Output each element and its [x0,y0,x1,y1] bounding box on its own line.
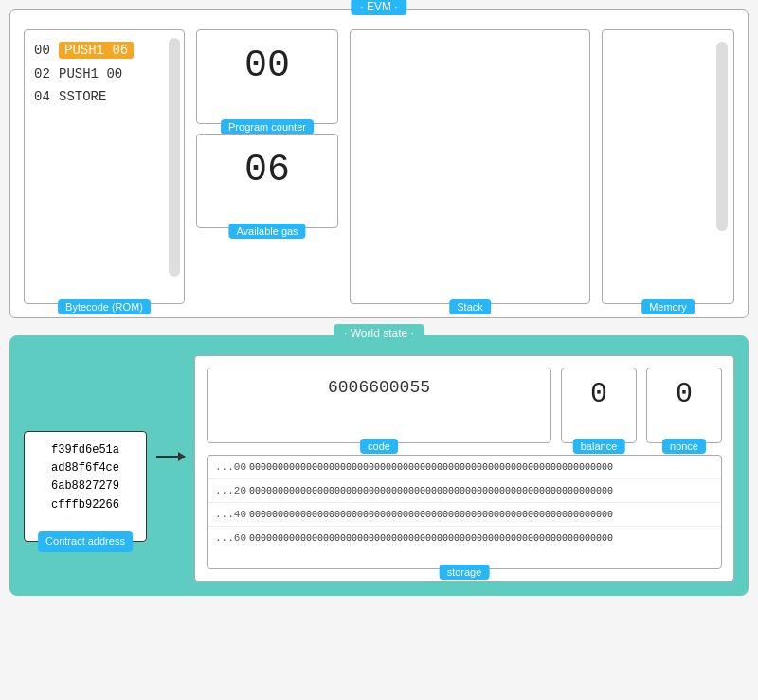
memory-scrollbar[interactable] [716,42,728,231]
storage-offset: ...00 [215,461,249,473]
account-top: 6006600055 code 0 balance 0 nonce [207,368,722,443]
memory-box: Memory [602,29,734,304]
bytecode-row: 02 PUSH1 00 [32,63,176,85]
available-gas-value: 06 [244,150,290,191]
storage-row: ...20 0000000000000000000000000000000000… [208,479,721,503]
world-state-title: · World state · [334,324,424,343]
bytecode-row: 00 PUSH1 06 [32,38,176,63]
stack-box: Stack [350,29,590,304]
nonce-box: 0 nonce [646,368,722,443]
code-value: 6006600055 [328,378,430,397]
balance-value: 0 [590,378,607,410]
evm-section: · EVM · 00 PUSH1 06 02 PUSH1 00 04 SSTOR… [9,9,749,318]
storage-row: ...60 0000000000000000000000000000000000… [208,527,721,549]
bytecode-offset: 02 [34,66,51,81]
nonce-label: nonce [662,439,706,454]
bytecode-instruction: SSTORE [59,89,106,104]
bytecode-instruction: PUSH1 00 [59,66,122,81]
contract-address-line: f39fd6e51a [36,441,135,459]
contract-address-lines: f39fd6e51aad88f6f4ce6ab8827279cfffb92266 [36,441,135,514]
storage-row: ...00 0000000000000000000000000000000000… [208,456,721,479]
storage-value: 0000000000000000000000000000000000000000… [249,486,713,496]
bytecode-rom-box: 00 PUSH1 06 02 PUSH1 00 04 SSTORE Byteco… [24,29,185,304]
contract-address-label: Contract address [38,531,133,552]
balance-label: balance [573,439,625,454]
program-counter-value: 00 [244,45,290,87]
contract-address-line: cfffb92266 [36,496,135,514]
storage-value: 0000000000000000000000000000000000000000… [249,462,713,473]
program-counter-box: 00 Program counter [196,29,338,124]
world-state-section: · World state · f39fd6e51aad88f6f4ce6ab8… [9,335,749,596]
bytecode-offset: 00 [34,43,51,58]
evm-title: · EVM · [351,0,406,15]
arrow-container [156,456,185,458]
storage-section: ...00 0000000000000000000000000000000000… [207,455,722,569]
contract-address-line: ad88f6f4ce [36,459,135,477]
available-gas-label: Available gas [228,224,305,239]
available-gas-box: 06 Available gas [196,134,338,228]
bytecode-scrollbar[interactable] [169,38,180,277]
storage-value: 0000000000000000000000000000000000000000… [249,533,713,544]
storage-row: ...40 0000000000000000000000000000000000… [208,503,721,527]
evm-inner: 00 PUSH1 06 02 PUSH1 00 04 SSTORE Byteco… [24,29,734,304]
bytecode-rows: 00 PUSH1 06 02 PUSH1 00 04 SSTORE [32,38,176,108]
bytecode-row: 04 SSTORE [32,85,176,108]
bytecode-instruction: PUSH1 06 [59,42,134,59]
storage-offset: ...40 [215,509,249,520]
program-counter-label: Program counter [221,119,314,135]
stack-label: Stack [449,299,491,314]
bytecode-offset: 04 [34,89,51,104]
storage-rows: ...00 0000000000000000000000000000000000… [208,456,721,549]
contract-address-box: f39fd6e51aad88f6f4ce6ab8827279cfffb92266… [24,431,147,542]
storage-label: storage [440,565,490,580]
account-box: 6006600055 code 0 balance 0 nonce ...00 … [194,355,734,582]
storage-value: 0000000000000000000000000000000000000000… [249,510,713,520]
memory-label: Memory [641,299,695,314]
balance-box: 0 balance [561,368,637,443]
storage-offset: ...60 [215,532,249,544]
arrow-line [156,456,185,458]
storage-offset: ...20 [215,485,249,496]
nonce-value: 0 [676,378,693,410]
center-panels: 00 Program counter 06 Available gas [196,29,338,304]
world-inner: f39fd6e51aad88f6f4ce6ab8827279cfffb92266… [24,355,734,582]
contract-address-line: 6ab8827279 [36,477,135,495]
code-box: 6006600055 code [207,368,551,443]
bytecode-rom-label: Bytecode (ROM) [58,299,151,314]
code-label: code [360,439,398,454]
